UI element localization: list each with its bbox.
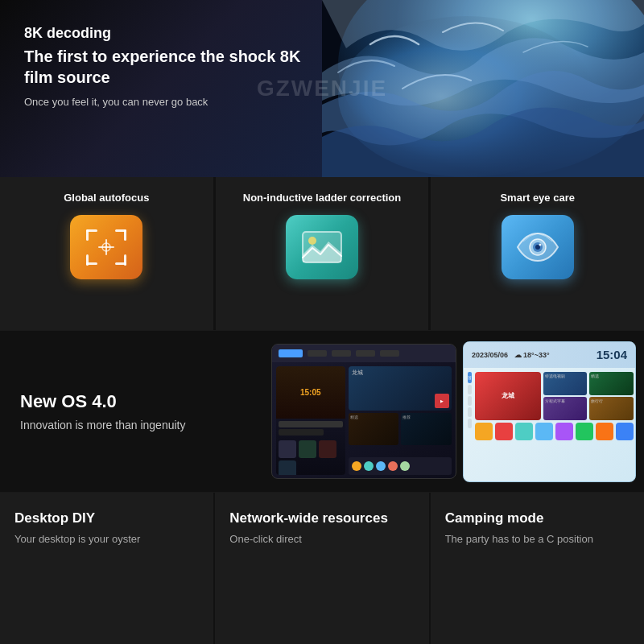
feature-eyecare-label: Smart eye care xyxy=(500,192,575,204)
os-subtitle: Innovation is more than ingenuity xyxy=(20,419,213,431)
feature-ladder: Non-inductive ladder correction xyxy=(216,177,429,330)
camping-mode-title: Camping mode xyxy=(445,510,630,526)
ladder-icon-bg xyxy=(286,215,358,279)
os-title: New OS 4.0 xyxy=(20,391,213,412)
svg-rect-6 xyxy=(124,229,126,241)
hero-tag: 8K decoding xyxy=(24,24,330,43)
svg-rect-10 xyxy=(115,262,126,265)
eyecare-icon-bg xyxy=(502,215,574,279)
hero-title: The first to experience the shock 8K fil… xyxy=(24,46,330,88)
feature-eyecare: Smart eye care xyxy=(431,177,644,330)
os-screens: 15:05 龙城 xyxy=(209,331,644,492)
desktop-diy-subtitle: Your desktop is your oyster xyxy=(14,533,199,545)
network-resources-title: Network-wide resources xyxy=(229,510,414,526)
os-section: New OS 4.0 Innovation is more than ingen… xyxy=(0,331,644,492)
desktop-diy-title: Desktop DIY xyxy=(14,510,199,526)
features-section: Global autofocus Non-inductive ladder co… xyxy=(0,177,644,330)
bottom-card-camping: Camping mode The party has to be a C pos… xyxy=(431,493,644,644)
hero-subtitle: Once you feel it, you can never go back xyxy=(24,96,330,108)
autofocus-icon-bg xyxy=(70,215,142,279)
os-screen-back: 15:05 龙城 xyxy=(271,344,456,479)
bottom-features-section: Desktop DIY Your desktop is your oyster … xyxy=(0,493,644,644)
svg-point-19 xyxy=(539,244,541,246)
camping-mode-subtitle: The party has to be a C position xyxy=(445,533,630,545)
bottom-card-desktop: Desktop DIY Your desktop is your oyster xyxy=(0,493,213,644)
eye-icon xyxy=(514,227,562,267)
svg-rect-4 xyxy=(86,229,89,241)
bottom-card-network: Network-wide resources One-click direct xyxy=(215,493,428,644)
svg-rect-8 xyxy=(86,262,97,265)
hero-wave xyxy=(322,0,644,177)
feature-autofocus: Global autofocus xyxy=(0,177,213,330)
focus-icon xyxy=(85,228,128,266)
feature-ladder-label: Non-inductive ladder correction xyxy=(243,192,401,204)
feature-autofocus-label: Global autofocus xyxy=(64,192,149,204)
image-icon xyxy=(299,227,345,267)
hero-text-block: 8K decoding The first to experience the … xyxy=(24,24,330,108)
os-text-block: New OS 4.0 Innovation is more than ingen… xyxy=(20,391,213,431)
network-resources-subtitle: One-click direct xyxy=(229,533,414,545)
svg-point-15 xyxy=(308,237,316,245)
os-screen-front: 2023/05/06 ☁ 18°~33° 15:04 首 龙城 xyxy=(463,341,636,482)
hero-section: 8K decoding The first to experience the … xyxy=(0,0,644,177)
